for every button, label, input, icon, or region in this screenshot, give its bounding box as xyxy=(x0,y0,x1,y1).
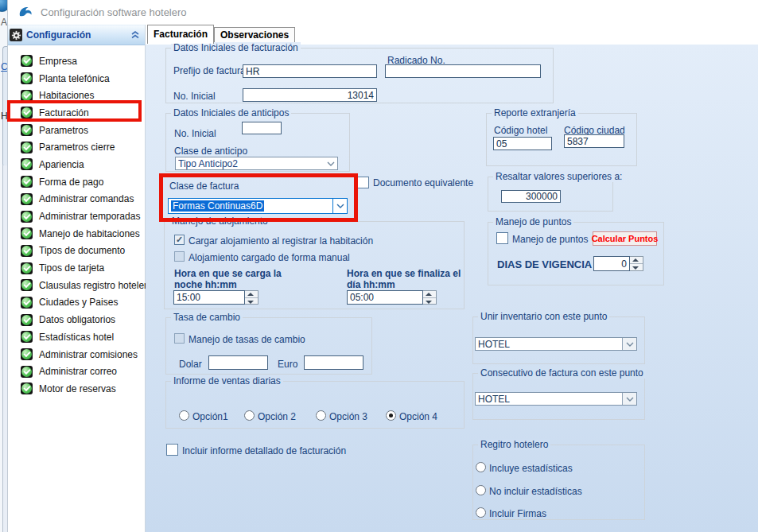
sidebar-item-label: Administrar temporadas xyxy=(39,211,140,222)
group-datos-anticipos: Datos Iniciales de anticipos No. Inicial… xyxy=(165,113,350,172)
group-consecutivo-factura: Consecutivo de factura con este punto HO… xyxy=(472,373,645,420)
sidebar-item-ciudades-y-paises[interactable]: Ciudades y Paises xyxy=(8,294,145,312)
hora-carga-spinner[interactable]: 15:00 xyxy=(173,290,258,305)
group-unir-inventario: Unir inventario con este punto HOTEL xyxy=(472,316,645,364)
anticipos-no-inicial-label: No. Inicial xyxy=(174,128,216,139)
spinner-buttons[interactable] xyxy=(630,256,643,271)
hora-carga-label: Hora en que se carga la noche hh:mm xyxy=(174,268,311,290)
radio-opcion2[interactable] xyxy=(244,410,255,421)
clase-anticipo-dropdown[interactable]: Tipo Anticipo2 xyxy=(175,157,338,170)
radio-no-incluir-estadisticas[interactable] xyxy=(476,485,486,495)
spin-down-icon[interactable] xyxy=(630,264,643,270)
codigo-hotel-input[interactable] xyxy=(493,137,552,150)
radio-opcion3-label: Opción 3 xyxy=(329,411,367,422)
spin-down-icon[interactable] xyxy=(423,298,436,305)
app-logo-icon xyxy=(17,5,34,20)
radio-incluye-estadisticas[interactable] xyxy=(476,462,486,472)
sidebar-item-facturacion[interactable]: Facturación xyxy=(8,104,145,122)
manejo-puntos-checkbox[interactable] xyxy=(496,232,508,244)
prefijo-factura-input[interactable] xyxy=(243,64,377,78)
unir-inventario-value: HOTEL xyxy=(478,339,622,350)
documento-equivalente-checkbox[interactable] xyxy=(357,177,369,188)
green-check-icon xyxy=(21,124,33,136)
tab-observaciones[interactable]: Observaciones xyxy=(214,27,295,44)
sidebar-item-parametros-cierre[interactable]: Parametros cierre xyxy=(8,138,145,156)
sidebar-item-administrar-correo[interactable]: Administrar correo xyxy=(8,363,145,380)
manejo-tasas-checkbox[interactable] xyxy=(174,333,185,344)
sidebar-item-habitaciones[interactable]: Habitaciones xyxy=(8,87,145,104)
radio-opcion3[interactable] xyxy=(316,410,326,421)
consecutivo-factura-dropdown[interactable]: HOTEL xyxy=(475,392,637,406)
sidebar-item-empresa[interactable]: Empresa xyxy=(8,52,145,70)
sidebar-item-parametros[interactable]: Parametros xyxy=(8,122,145,139)
chevron-down-icon xyxy=(622,393,636,405)
codigo-ciudad-input[interactable] xyxy=(564,134,624,148)
sidebar-item-list: Empresa Planta telefónica Habitaciones F… xyxy=(8,45,145,398)
radicado-input[interactable] xyxy=(385,64,541,78)
radio-opcion1-label: Opción1 xyxy=(192,411,228,422)
sidebar-item-clausulas-registro[interactable]: Clausulas registro hotelero xyxy=(8,277,145,294)
green-check-icon xyxy=(21,348,33,360)
sidebar-item-tipos-de-documento[interactable]: Tipos de documento xyxy=(8,243,145,260)
sidebar-header[interactable]: Configuración xyxy=(8,25,145,45)
manejo-puntos-label: Manejo de puntos xyxy=(512,234,588,245)
alojamiento-manual-label: Alojamiento cargado de forma manual xyxy=(189,252,350,263)
sidebar-item-estadisticas-hotel[interactable]: Estadísticas hotel xyxy=(8,328,145,346)
sidebar-item-label: Estadísticas hotel xyxy=(39,332,114,343)
spin-up-icon[interactable] xyxy=(630,257,643,264)
sidebar-item-tipos-de-tarjeta[interactable]: Tipos de tarjeta xyxy=(8,259,145,277)
group-title: Unir inventario con este punto xyxy=(478,311,609,322)
background-window-edge: A C H xyxy=(0,0,7,532)
green-check-icon xyxy=(21,107,33,118)
cargar-alojamiento-checkbox[interactable] xyxy=(174,235,185,245)
sidebar-item-label: Tipos de documento xyxy=(39,245,125,256)
group-title: Reporte extranjería xyxy=(492,107,578,118)
gear-icon xyxy=(10,29,22,41)
group-resaltar-valores: Resaltar valores superiores a: xyxy=(488,177,613,212)
sidebar-item-manejo-de-habitaciones[interactable]: Manejo de habitaciones xyxy=(8,225,145,243)
group-title: Datos Iniciales de facturación xyxy=(171,42,301,53)
sidebar-item-label: Administrar comisiones xyxy=(39,349,138,360)
spinner-buttons[interactable] xyxy=(423,290,437,305)
radio-opcion4[interactable] xyxy=(386,410,396,421)
sidebar-item-administrar-temporadas[interactable]: Administrar temporadas xyxy=(8,208,145,225)
spin-up-icon[interactable] xyxy=(423,291,436,298)
radio-incluir-firmas[interactable] xyxy=(476,507,486,518)
sidebar-item-forma-de-pago[interactable]: Forma de pago xyxy=(8,173,145,191)
sidebar-item-planta-telefonica[interactable]: Planta telefónica xyxy=(8,70,145,87)
group-title: Resaltar valores superiores a: xyxy=(493,171,624,182)
clase-factura-dropdown[interactable]: Formas Continuas6D xyxy=(168,198,348,214)
sidebar-item-label: Datos obligatorios xyxy=(39,314,115,325)
euro-input[interactable] xyxy=(304,355,363,370)
resaltar-valor-input[interactable] xyxy=(501,190,561,203)
group-manejo-alojamiento: Manejo de alojamiento Cargar alojamiento… xyxy=(164,221,465,309)
sidebar-item-label: Manejo de habitaciones xyxy=(39,228,140,239)
sidebar-item-administrar-comandas[interactable]: Administrar comandas xyxy=(8,191,145,208)
radio-opcion1[interactable] xyxy=(179,410,189,421)
clase-anticipo-label: Clase de anticipo xyxy=(174,146,247,157)
background-text-fragment: A xyxy=(1,17,7,27)
spin-up-icon[interactable] xyxy=(245,291,258,298)
sidebar-item-administrar-comisiones[interactable]: Administrar comisiones xyxy=(8,346,145,363)
unir-inventario-dropdown[interactable]: HOTEL xyxy=(475,337,637,351)
spin-down-icon[interactable] xyxy=(245,298,258,305)
sidebar-item-motor-de-reservas[interactable]: Motor de reservas xyxy=(8,380,145,398)
tab-facturacion[interactable]: Facturación xyxy=(147,25,214,44)
hora-finaliza-spinner[interactable]: 05:00 xyxy=(347,290,437,305)
alojamiento-manual-checkbox[interactable] xyxy=(174,251,185,262)
green-check-icon xyxy=(21,262,33,274)
sidebar-item-apariencia[interactable]: Apariencia xyxy=(8,156,145,173)
calcular-puntos-button[interactable]: Calcular Puntos xyxy=(593,231,657,246)
green-check-icon xyxy=(21,90,33,102)
no-inicial-input[interactable] xyxy=(243,88,377,102)
anticipos-no-inicial-input[interactable] xyxy=(242,122,282,134)
green-check-icon xyxy=(21,331,33,343)
group-informe-ventas: Informe de ventas diarias Opción1 Opción… xyxy=(165,381,465,429)
collapse-chevron-icon[interactable] xyxy=(130,31,140,39)
spinner-buttons[interactable] xyxy=(245,290,258,305)
dolar-input[interactable] xyxy=(208,355,268,370)
incluir-informe-checkbox[interactable] xyxy=(166,444,178,456)
dias-vigencia-spinner[interactable]: 0 xyxy=(593,256,643,271)
group-title: Regitro hotelero xyxy=(478,439,550,450)
sidebar-item-datos-obligatorios[interactable]: Datos obligatorios xyxy=(8,311,145,328)
